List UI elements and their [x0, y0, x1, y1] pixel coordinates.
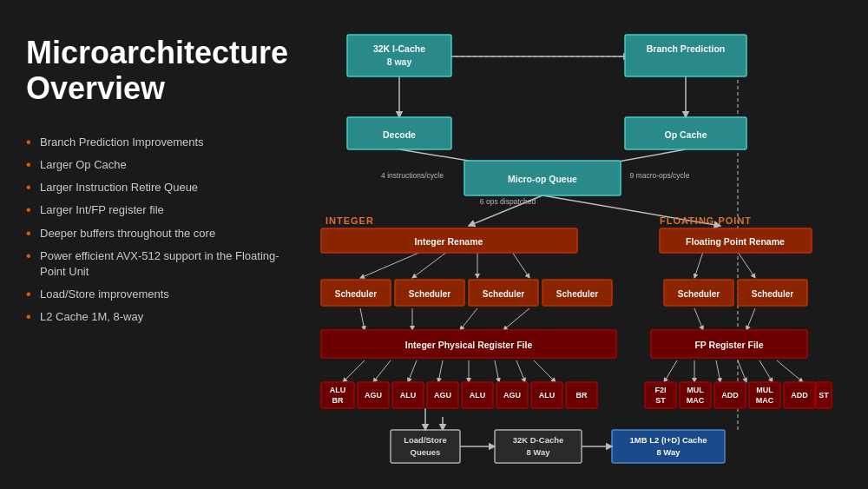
bullet-4: Larger Int/FP register file: [26, 199, 286, 221]
svg-text:MAC: MAC: [687, 396, 705, 405]
svg-line-7: [360, 252, 421, 278]
svg-text:Queues: Queues: [411, 447, 441, 457]
svg-line-16: [503, 308, 529, 330]
svg-line-21: [408, 360, 417, 382]
svg-text:8 Way: 8 Way: [656, 447, 681, 457]
int-sched-3-label: Scheduler: [483, 289, 524, 299]
svg-line-26: [534, 360, 556, 382]
decode-label: Decode: [383, 129, 416, 140]
bullet-6: Power efficient AVX-512 support in the F…: [26, 245, 286, 283]
integer-rename-label: Integer Rename: [415, 236, 483, 247]
svg-line-12: [738, 252, 755, 278]
svg-line-22: [438, 360, 443, 382]
svg-line-18: [746, 308, 755, 330]
svg-rect-40: [625, 35, 746, 76]
svg-line-19: [343, 360, 365, 382]
macro-ops-annotation: 9 macro-ops/cycle: [630, 171, 690, 180]
svg-line-10: [512, 252, 529, 278]
ops-dispatched-annotation: 6 ops dispatched: [480, 197, 536, 206]
bullet-3: Larger Instruction Retire Queue: [26, 176, 286, 199]
fp-rename-label: Floating Point Rename: [686, 236, 785, 247]
bullet-list: Branch Prediction Improvements Larger Op…: [26, 131, 286, 329]
svg-text:ST: ST: [819, 391, 829, 400]
svg-text:8 Way: 8 Way: [526, 447, 550, 457]
svg-text:MAC: MAC: [756, 396, 774, 405]
fp-section-label: FLOATING POINT: [660, 215, 752, 226]
svg-line-17: [694, 308, 703, 330]
svg-text:ADD: ADD: [721, 391, 739, 400]
svg-line-29: [716, 360, 720, 382]
svg-text:AGU: AGU: [434, 391, 451, 400]
left-panel: MicroarchitectureOverview Branch Predict…: [26, 26, 286, 472]
instructions-annotation: 4 instructions/cycle: [381, 171, 444, 180]
icache-label: 32K I-Cache: [373, 43, 425, 54]
svg-text:BR: BR: [332, 396, 344, 405]
svg-line-27: [664, 360, 677, 382]
svg-line-20: [373, 360, 391, 382]
op-cache-label: Op Cache: [664, 129, 707, 140]
svg-line-24: [495, 360, 499, 382]
svg-text:ALU: ALU: [400, 391, 417, 400]
int-phys-reg-label: Integer Physical Register File: [405, 340, 533, 350]
svg-text:8 way: 8 way: [387, 56, 412, 67]
svg-text:F2I: F2I: [654, 386, 666, 394]
right-panel: 32K I-Cache 8 way Branch Prediction Deco…: [295, 17, 851, 472]
int-sched-4-label: Scheduler: [556, 289, 598, 299]
svg-line-8: [412, 252, 447, 278]
svg-line-30: [738, 360, 746, 382]
slide-title: MicroarchitectureOverview: [26, 35, 286, 107]
bullet-8: L2 Cache 1M, 8-way: [26, 306, 286, 328]
svg-line-25: [516, 360, 525, 382]
fp-sched-1-label: Scheduler: [678, 289, 720, 299]
bullet-7: Load/Store improvements: [26, 283, 286, 306]
svg-line-32: [777, 360, 803, 382]
fp-sched-2-label: Scheduler: [752, 289, 793, 299]
svg-text:ALU: ALU: [539, 391, 556, 400]
svg-line-31: [760, 360, 773, 382]
svg-text:Load/Store: Load/Store: [404, 435, 447, 445]
svg-text:BR: BR: [576, 391, 588, 400]
int-sched-2-label: Scheduler: [409, 289, 450, 299]
bullet-2: Larger Op Cache: [26, 154, 286, 176]
architecture-diagram: 32K I-Cache 8 way Branch Prediction Deco…: [295, 17, 833, 478]
bullet-5: Deeper buffers throughout the core: [26, 222, 286, 245]
svg-text:1MB L2 (I+D) Cache: 1MB L2 (I+D) Cache: [630, 435, 707, 445]
svg-text:AGU: AGU: [503, 391, 521, 400]
svg-line-15: [460, 308, 477, 330]
svg-text:32K D-Cache: 32K D-Cache: [513, 435, 564, 445]
svg-line-11: [694, 252, 703, 278]
svg-text:ST: ST: [655, 396, 666, 405]
micro-op-queue-label: Micro-op Queue: [508, 174, 577, 184]
bullet-1: Branch Prediction Improvements: [26, 131, 286, 154]
svg-text:ADD: ADD: [791, 391, 808, 400]
svg-text:ALU: ALU: [470, 391, 486, 400]
svg-text:MUL: MUL: [756, 386, 773, 394]
slide: MicroarchitectureOverview Branch Predict…: [0, 0, 868, 489]
svg-text:ALU: ALU: [330, 386, 346, 394]
svg-rect-38: [347, 35, 451, 76]
fp-reg-label: FP Register File: [694, 340, 763, 350]
svg-text:AGU: AGU: [365, 391, 382, 400]
integer-section-label: INTEGER: [326, 215, 374, 226]
svg-text:MUL: MUL: [687, 386, 704, 394]
svg-line-13: [360, 308, 365, 330]
branch-pred-label: Branch Prediction: [647, 43, 725, 54]
int-sched-1-label: Scheduler: [335, 289, 377, 299]
